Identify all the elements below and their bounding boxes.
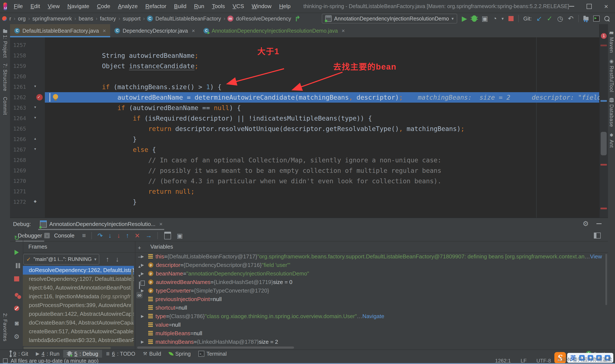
menu-item-edit[interactable]: Edit <box>27 2 43 11</box>
gutter[interactable] <box>26 61 71 71</box>
variables-scrollbar[interactable] <box>605 254 607 305</box>
thread-selector[interactable]: ✓ "main"@1 i...": RUNNING ▾ <box>23 254 99 265</box>
search-everywhere-icon[interactable] <box>604 16 609 21</box>
stop-button[interactable] <box>508 16 514 21</box>
frames-hscrollbar[interactable] <box>23 347 111 349</box>
variables-hscrollbar[interactable] <box>137 347 294 349</box>
error-stripe-mark[interactable] <box>601 164 607 166</box>
variables-list[interactable]: ▶this = {DefaultListableBeanFactory@1717… <box>135 252 608 344</box>
menu-item-window[interactable]: Window <box>249 2 274 11</box>
menu-item-vcs[interactable]: VCS <box>229 2 247 11</box>
editor-tab[interactable]: C▶AnnotationDependencyInjectionResolutio… <box>199 24 349 37</box>
restore-layout-icon[interactable] <box>594 233 601 239</box>
editor-scrollbar-thumb[interactable] <box>601 132 607 155</box>
tool-stripe-project[interactable]: 1: Project <box>0 30 10 58</box>
error-count-badge[interactable]: 1 <box>601 33 607 39</box>
minimize-icon[interactable] <box>569 6 574 7</box>
stack-frame-row[interactable]: doCreateBean:594, AbstractAutowireCapab <box>23 318 134 327</box>
view-breakpoints-icon[interactable] <box>13 291 20 298</box>
fold-marker-icon[interactable]: ▾ <box>34 83 37 89</box>
close-icon[interactable]: × <box>159 221 162 227</box>
error-stripe-mark[interactable] <box>601 45 607 46</box>
breadcrumb-item[interactable]: support <box>122 15 141 22</box>
mute-breakpoints-icon[interactable] <box>13 305 20 312</box>
menu-item-view[interactable]: View <box>45 2 63 11</box>
line-number[interactable]: 1270 <box>10 178 26 184</box>
error-stripe-mark[interactable] <box>601 208 607 209</box>
pause-icon[interactable] <box>13 262 20 270</box>
breadcrumb-item[interactable]: DefaultListableBeanFactory <box>155 15 221 22</box>
profiler-button[interactable]: ◔ <box>493 15 497 22</box>
gutter[interactable]: ▾ <box>26 103 71 113</box>
breadcrumb-item[interactable]: springframework <box>32 15 72 22</box>
toolwindow-button-build[interactable]: ⚒Build <box>139 350 165 358</box>
variable-row[interactable]: ▶matchingBeans = {LinkedHashMap@1787} si… <box>135 338 608 344</box>
frames-scrollbar[interactable] <box>131 269 133 322</box>
variable-row[interactable]: ▶pdescriptor = {DependencyDescriptor@171… <box>135 261 608 269</box>
line-number[interactable]: 1262 <box>10 94 26 101</box>
menu-item-code[interactable]: Code <box>94 2 113 11</box>
debug-session-tab[interactable]: AnnotationDependencyInjectionResolutio..… <box>37 218 165 230</box>
menu-item-analyze[interactable]: Analyze <box>115 2 141 11</box>
menu-item-navigate[interactable]: Navigate <box>64 2 92 11</box>
breakpoint-icon[interactable] <box>36 94 43 101</box>
value-link[interactable]: Navigate <box>362 313 384 320</box>
move-up-icon[interactable]: ▲ <box>137 264 141 269</box>
force-step-into-icon[interactable]: ↓ <box>117 232 120 239</box>
current-line-stripe-mark[interactable] <box>601 100 607 102</box>
editor-tab[interactable]: CDependencyDescriptor.java× <box>110 24 199 37</box>
resume-icon[interactable] <box>13 249 20 257</box>
git-commit-button[interactable]: ✓ <box>547 15 552 22</box>
remove-watch-icon[interactable]: − <box>138 254 141 260</box>
trace-icon[interactable]: ▣ <box>177 232 183 239</box>
line-number[interactable]: 1272 <box>10 199 26 205</box>
maximize-icon[interactable] <box>587 4 592 9</box>
breadcrumb-item[interactable]: doResolveDependency <box>236 15 292 22</box>
frame-down-icon[interactable]: ↓ <box>116 256 119 263</box>
step-over-icon[interactable]: ↷ <box>97 232 103 239</box>
evaluate-expression-icon[interactable] <box>164 232 171 239</box>
line-number[interactable]: 1271 <box>10 188 26 195</box>
back-arrow-icon[interactable]: ↰ <box>294 14 301 23</box>
git-update-button[interactable]: ↙ <box>536 15 542 22</box>
stack-frame-row[interactable]: populateBean:1422, AbstractAutowireCapa <box>23 310 134 318</box>
menu-item-help[interactable]: Help <box>276 2 294 11</box>
toolwindow-button-spring[interactable]: Spring <box>165 350 195 358</box>
line-number[interactable]: 1268 <box>10 157 26 163</box>
close-icon[interactable]: × <box>192 27 195 34</box>
menu-item-build[interactable]: Build <box>171 2 189 11</box>
run-to-cursor-icon[interactable]: → <box>146 232 152 239</box>
gutter[interactable] <box>26 124 71 134</box>
variable-row[interactable]: ▶pbeanName = "annotationDependencyInject… <box>135 269 608 278</box>
tool-stripe-maven[interactable]: mMaven <box>608 30 615 53</box>
editor-tab[interactable]: CDefaultListableBeanFactory.java× <box>10 24 110 37</box>
show-watches-icon[interactable]: ∞ <box>136 292 143 298</box>
tool-stripe-favorites[interactable]: 2: Favorites <box>0 313 10 341</box>
gutter[interactable] <box>26 176 71 186</box>
gutter[interactable] <box>26 50 71 61</box>
variable-row[interactable]: pautowiredBeanNames = {LinkedHashSet@171… <box>135 278 608 286</box>
gutter[interactable] <box>26 165 71 176</box>
window-status-icon[interactable] <box>3 358 8 363</box>
breadcrumb-item[interactable]: org <box>17 15 26 22</box>
fold-marker-icon[interactable]: ▾ <box>34 115 37 120</box>
add-watch-icon[interactable]: + <box>138 245 141 250</box>
variable-row[interactable]: ▶this = {DefaultListableBeanFactory@1717… <box>135 252 608 261</box>
breadcrumb-item[interactable]: beans <box>78 15 94 22</box>
gutter[interactable] <box>26 155 71 165</box>
line-ending[interactable]: LF <box>521 358 527 364</box>
toolwindow-button-run[interactable]: ▶4: Run <box>32 350 63 358</box>
file-encoding[interactable]: UTF-8 <box>536 358 551 364</box>
tool-stripe-ant[interactable]: ✱Ant <box>608 132 615 148</box>
move-down-icon[interactable]: ▼ <box>137 273 141 279</box>
toolwindow-button-debug[interactable]: 5: Debug <box>63 350 102 358</box>
run-configuration-select[interactable]: AnnotationDependencyInjectionResolutionD… <box>322 14 457 24</box>
code-area[interactable]: 12571258 String autowiredBeanName;1259 O… <box>10 37 600 207</box>
hide-panel-icon[interactable] <box>596 223 602 224</box>
menu-item-run[interactable]: Run <box>191 2 207 11</box>
gutter[interactable]: ▾ <box>26 82 71 92</box>
stack-frame-row[interactable]: lambda$doGetBean$0:323, AbstractBeanF <box>23 336 134 345</box>
layout-menu-icon[interactable]: ≡ <box>82 232 86 239</box>
tool-stripe-commit[interactable]: Commit <box>0 97 10 115</box>
coverage-button[interactable]: ▣ <box>481 15 488 22</box>
